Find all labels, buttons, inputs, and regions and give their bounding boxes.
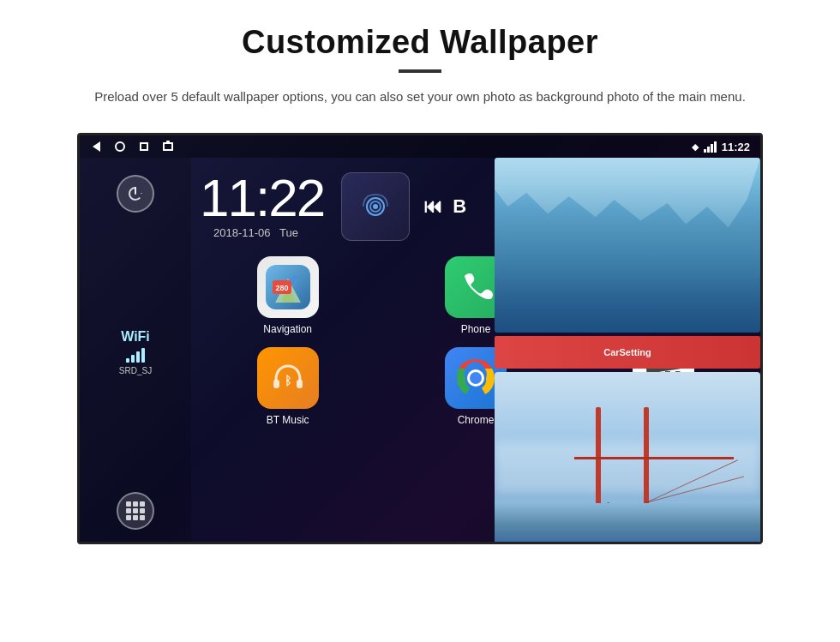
bluetooth-icon: B bbox=[453, 195, 466, 218]
media-controls: ⏮ B bbox=[423, 195, 466, 218]
wifi-label: WiFi bbox=[119, 329, 152, 345]
screenshot-icon bbox=[163, 142, 173, 151]
navigation-icon-svg: 280 bbox=[262, 261, 314, 313]
phone-app-label: Phone bbox=[461, 323, 491, 335]
svg-point-18 bbox=[470, 372, 482, 384]
power-button[interactable] bbox=[117, 175, 154, 213]
location-icon: ◆ bbox=[692, 141, 699, 153]
car-setting-label: CarSetting bbox=[603, 347, 651, 357]
clock-time: 11:22 bbox=[200, 171, 324, 225]
prev-track-icon[interactable]: ⏮ bbox=[423, 195, 442, 218]
svg-rect-14 bbox=[297, 380, 303, 388]
chrome-app-label: Chrome bbox=[458, 414, 495, 426]
recent-nav-icon[interactable] bbox=[138, 141, 150, 153]
home-circle-icon bbox=[115, 141, 125, 152]
wifi-bar-4 bbox=[141, 348, 145, 363]
clock-date: 2018-11-06 bbox=[213, 226, 271, 239]
content-area: ◆ 11:22 bbox=[0, 116, 840, 561]
clock-details: 2018-11-06 Tue bbox=[213, 225, 324, 243]
wifi-info: WiFi SRD_SJ bbox=[119, 329, 152, 375]
ice-cave-visual bbox=[495, 158, 760, 333]
chrome-icon-svg bbox=[453, 356, 498, 400]
title-divider bbox=[399, 69, 441, 73]
android-screen: ◆ 11:22 bbox=[77, 133, 763, 544]
wifi-bar-1 bbox=[126, 358, 129, 363]
bt-music-icon-svg: ᛒ bbox=[269, 359, 307, 397]
media-widget bbox=[341, 172, 410, 241]
status-bar-right: ◆ 11:22 bbox=[692, 141, 750, 153]
bt-music-app-icon: ᛒ bbox=[257, 347, 319, 409]
status-bar-left bbox=[90, 141, 174, 153]
wallpaper-preview-bridge[interactable] bbox=[495, 372, 760, 544]
bt-music-app-label: BT Music bbox=[267, 414, 309, 426]
status-bar: ◆ 11:22 bbox=[80, 135, 760, 158]
media-icon-box[interactable] bbox=[341, 172, 410, 241]
page-title: Customized Wallpaper bbox=[51, 24, 789, 61]
wallpaper-preview-ice-cave[interactable] bbox=[495, 158, 760, 333]
back-nav-icon[interactable] bbox=[90, 141, 102, 153]
grid-dots-icon bbox=[126, 501, 145, 520]
clock-block: 11:22 2018-11-06 Tue bbox=[200, 171, 324, 243]
home-nav-icon[interactable] bbox=[114, 141, 126, 153]
page-header: Customized Wallpaper Preload over 5 defa… bbox=[0, 0, 840, 116]
app-item-navigation[interactable]: 280 Navigation bbox=[200, 256, 375, 335]
wifi-ssid: SRD_SJ bbox=[119, 366, 152, 375]
phone-icon-svg bbox=[459, 270, 493, 304]
svg-rect-13 bbox=[273, 380, 279, 388]
wallpaper-previews-panel: CarSetting bbox=[495, 158, 760, 544]
recent-square-icon bbox=[140, 142, 148, 151]
screenshot-nav-icon[interactable] bbox=[162, 141, 174, 153]
back-triangle-icon bbox=[93, 141, 100, 152]
svg-text:ᛒ: ᛒ bbox=[285, 374, 291, 387]
wifi-bar-2 bbox=[131, 355, 135, 363]
svg-point-4 bbox=[373, 204, 378, 209]
apps-grid-button[interactable] bbox=[117, 492, 154, 530]
power-icon bbox=[127, 185, 144, 202]
bridge-visual bbox=[495, 372, 760, 544]
wifi-bars bbox=[119, 348, 152, 363]
signal-icon bbox=[704, 141, 717, 153]
car-setting-bar[interactable]: CarSetting bbox=[495, 336, 760, 369]
page-description: Preload over 5 default wallpaper options… bbox=[69, 87, 771, 107]
clock-day: Tue bbox=[279, 226, 298, 239]
wireless-icon bbox=[357, 188, 394, 225]
app-item-bt-music[interactable]: ᛒ BT Music bbox=[200, 347, 375, 426]
navigation-app-label: Navigation bbox=[263, 323, 312, 335]
svg-text:280: 280 bbox=[275, 284, 288, 292]
status-time: 11:22 bbox=[722, 141, 750, 153]
screen-main: WiFi SRD_SJ bbox=[80, 158, 760, 544]
navigation-app-icon: 280 bbox=[257, 256, 319, 318]
screen-sidebar: WiFi SRD_SJ bbox=[80, 158, 191, 544]
wifi-bar-3 bbox=[136, 351, 140, 363]
